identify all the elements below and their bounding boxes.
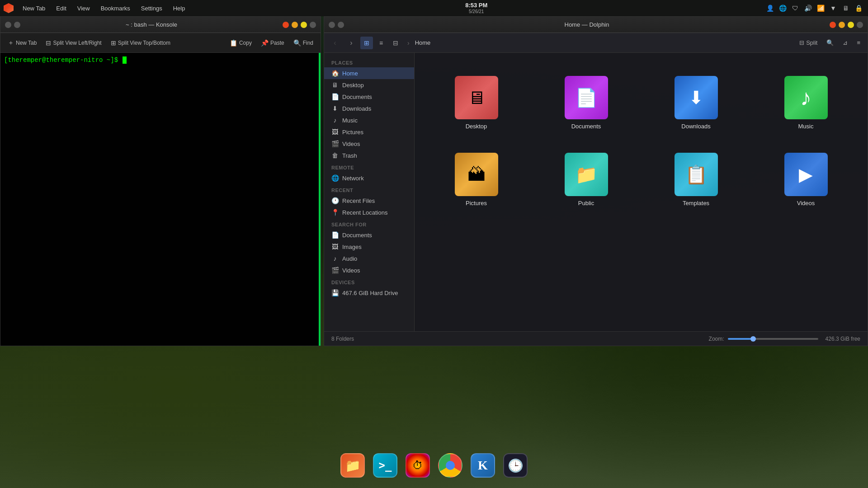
sidebar-item-search-videos[interactable]: 🎬 Videos (324, 264, 414, 276)
dock-item-folders[interactable]: 📁 (338, 451, 367, 480)
file-item-public[interactable]: Public (533, 139, 639, 211)
menu-help[interactable]: Help (171, 5, 187, 12)
sidebar-label-recent-locations: Recent Locations (342, 209, 387, 216)
sidebar-item-music[interactable]: ♪ Music (324, 114, 414, 126)
icon-view-button[interactable]: ⊞ (360, 37, 373, 49)
dolphin-btn-i1[interactable] (329, 22, 335, 28)
shield-tray-icon[interactable]: 🛡 (791, 4, 799, 12)
konsole-extra-btn[interactable] (310, 22, 316, 28)
sidebar-item-home[interactable]: 🏠 Home (324, 67, 414, 79)
sidebar-item-search-docs[interactable]: 📄 Documents (324, 229, 414, 241)
wifi-tray-icon[interactable]: 📶 (816, 4, 825, 12)
desktop-folder-label: Desktop (466, 123, 487, 130)
sidebar-item-search-audio[interactable]: ♪ Audio (324, 253, 414, 264)
sidebar-item-search-images[interactable]: 🖼 Images (324, 241, 414, 253)
expand-tray-icon[interactable]: ▼ (829, 4, 837, 12)
file-item-pictures[interactable]: Pictures (424, 139, 529, 211)
konsole-title: ~ : bash — Konsole (24, 21, 279, 28)
zoom-label: Zoom: (709, 336, 724, 342)
sidebar-item-trash[interactable]: 🗑 Trash (324, 150, 414, 161)
dolphin-close-btn[interactable] (830, 22, 836, 28)
kde-logo[interactable] (4, 3, 14, 13)
split-button[interactable]: ⊟ Split (796, 38, 821, 48)
split-top-bottom-button[interactable]: ⊞ Split View Top/Bottom (107, 38, 174, 48)
sidebar-item-downloads[interactable]: ⬇ Downloads (324, 103, 414, 114)
filter-button[interactable]: ⊿ (839, 38, 851, 48)
konsole-vertical-separator (319, 53, 321, 346)
dolphin-btn-i2[interactable] (338, 22, 344, 28)
dolphin-extra-btn[interactable] (857, 22, 863, 28)
documents-folder-label: Documents (571, 123, 601, 130)
split-lr-icon: ⊟ (46, 39, 51, 47)
downloads-folder-icon (675, 76, 718, 119)
downloads-icon: ⬇ (331, 105, 339, 112)
volume-tray-icon[interactable]: 🔊 (804, 4, 812, 12)
split-label: Split (806, 39, 817, 46)
konsole-terminal-content[interactable]: [theremper@theremper-nitro ~]$ (0, 53, 321, 346)
forward-button[interactable]: › (344, 36, 359, 50)
templates-folder-label: Templates (683, 200, 709, 206)
file-item-music[interactable]: Music (753, 62, 859, 134)
konsole-btn-inactive2[interactable] (14, 22, 20, 28)
menu-settings[interactable]: Settings (139, 5, 164, 12)
network-tray-icon[interactable]: 🌐 (778, 4, 787, 12)
sidebar-item-documents[interactable]: 📄 Documents (324, 91, 414, 103)
copy-button[interactable]: 📋 Copy (226, 38, 255, 48)
menu-bookmarks[interactable]: Bookmarks (99, 5, 132, 12)
screen-tray-icon[interactable]: 🖥 (842, 4, 850, 12)
search-audio-icon: ♪ (331, 255, 339, 262)
dock-item-timeshift[interactable]: ⏱ (403, 451, 432, 480)
file-item-videos[interactable]: Videos (753, 139, 859, 211)
split-left-right-button[interactable]: ⊟ Split View Left/Right (42, 38, 105, 48)
paste-label: Paste (270, 40, 284, 46)
new-tab-button[interactable]: ＋ New Tab (4, 37, 40, 49)
sidebar-item-desktop[interactable]: 🖥 Desktop (324, 79, 414, 91)
search-header: Search For (324, 218, 414, 229)
sidebar-item-videos[interactable]: 🎬 Videos (324, 138, 414, 150)
file-item-templates[interactable]: Templates (643, 139, 749, 211)
split-tb-label: Split View Top/Bottom (118, 40, 170, 46)
clock-area: 8:53 PM 5/26/21 (187, 2, 766, 14)
sidebar-item-pictures[interactable]: 🖼 Pictures (324, 126, 414, 138)
menu-edit[interactable]: Edit (54, 5, 68, 12)
column-view-button[interactable]: ⊟ (389, 37, 402, 49)
lock-tray-icon[interactable]: 🔒 (854, 4, 863, 12)
dolphin-minimize-btn[interactable] (839, 22, 845, 28)
user-tray-icon[interactable]: 👤 (766, 4, 774, 12)
search-button[interactable]: 🔍 (823, 38, 837, 48)
sidebar-item-network[interactable]: 🌐 Network (324, 172, 414, 184)
hamburger-button[interactable]: ≡ (853, 38, 864, 48)
zoom-slider[interactable] (728, 338, 818, 340)
music-icon: ♪ (331, 117, 339, 124)
system-bar: New Tab Edit View Bookmarks Settings Hel… (0, 0, 868, 16)
konsole-btn-inactive1[interactable] (5, 22, 11, 28)
file-item-downloads[interactable]: Downloads (643, 62, 749, 134)
menu-file[interactable]: New Tab (21, 5, 47, 12)
dock-item-kde[interactable]: K (468, 451, 497, 480)
menu-view[interactable]: View (75, 5, 92, 12)
sidebar-item-hard-drive[interactable]: 💾 467.6 GiB Hard Drive (324, 287, 414, 299)
back-button[interactable]: ‹ (328, 36, 342, 50)
paste-button[interactable]: 📌 Paste (257, 38, 288, 48)
konsole-window-controls (5, 22, 20, 28)
sidebar-item-recent-locations[interactable]: 📍 Recent Locations (324, 206, 414, 218)
dock-item-clock[interactable]: 🕒 (501, 451, 530, 480)
file-item-desktop[interactable]: Desktop (424, 62, 529, 134)
dolphin-maximize-btn[interactable] (848, 22, 854, 28)
sidebar-label-downloads: Downloads (342, 105, 371, 112)
dock-item-chrome[interactable] (436, 451, 465, 480)
zoom-thumb[interactable] (750, 336, 756, 342)
prompt-text: [theremper@theremper-nitro ~]$ (4, 56, 118, 64)
sidebar-label-trash: Trash (342, 152, 357, 159)
dock-item-konsole[interactable]: >_ (371, 451, 400, 480)
trash-icon: 🗑 (331, 152, 339, 159)
sidebar-label-recent-files: Recent Files (342, 197, 375, 204)
location-home-crumb[interactable]: Home (412, 38, 434, 47)
konsole-minimize-btn[interactable] (292, 22, 298, 28)
list-view-button[interactable]: ≡ (375, 37, 387, 49)
konsole-maximize-btn[interactable] (301, 22, 307, 28)
find-button[interactable]: 🔍 Find (290, 38, 317, 48)
file-item-documents[interactable]: Documents (533, 62, 639, 134)
konsole-close-btn[interactable] (283, 22, 289, 28)
sidebar-item-recent-files[interactable]: 🕐 Recent Files (324, 195, 414, 206)
